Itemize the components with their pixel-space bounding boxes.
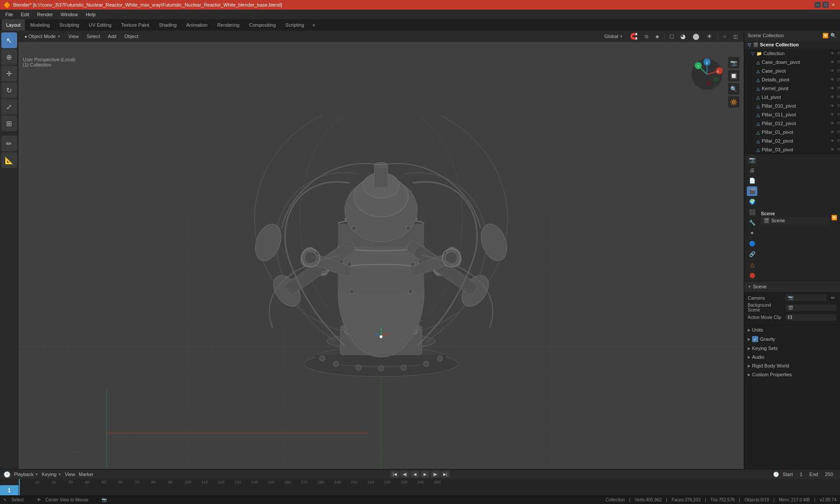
item-eye-2[interactable]: 👁 xyxy=(830,77,834,82)
keying-menu[interactable]: Keying ▼ xyxy=(42,472,62,477)
viewport-mode-selector[interactable]: ● Object Mode ▼ xyxy=(22,33,63,39)
outliner-item-1[interactable]: △ Case_pivot 👁 ▽ xyxy=(744,66,840,75)
prop-data-icon[interactable]: △ xyxy=(747,260,757,270)
tab-shading[interactable]: Shading xyxy=(154,19,181,31)
tab-sculpting[interactable]: Sculpting xyxy=(55,19,84,31)
step-back-btn[interactable]: ◀| xyxy=(401,471,410,478)
timeline-track[interactable]: 1 1 10 20 30 40 50 60 70 80 90 100 110 1… xyxy=(0,479,840,496)
render-region-icon[interactable]: 🔲 xyxy=(728,70,739,81)
keying-sets-section[interactable]: ▶ Keying Sets xyxy=(744,344,840,353)
camera-edit-icon[interactable]: ✏ xyxy=(830,295,836,301)
menu-window[interactable]: Window xyxy=(57,11,81,18)
item-eye-9[interactable]: 👁 xyxy=(830,139,834,143)
prop-render-icon[interactable]: 📷 xyxy=(747,155,757,164)
audio-section[interactable]: ▶ Audio xyxy=(744,353,840,361)
outliner-search-icon[interactable]: 🔍 xyxy=(830,33,836,38)
item-eye-5[interactable]: 👁 xyxy=(830,104,834,108)
snap-toggle[interactable]: 🧲 xyxy=(627,32,640,40)
outliner-item-5[interactable]: △ Pillar_010_pivot 👁 ▽ xyxy=(744,102,840,110)
maximize-button[interactable]: □ xyxy=(822,2,829,8)
play-reverse-btn[interactable]: ◀ xyxy=(411,471,420,478)
tool-move[interactable]: ✛ xyxy=(1,66,17,81)
tool-transform[interactable]: ⊞ xyxy=(1,116,17,131)
properties-filter-icon[interactable]: 🔽 xyxy=(831,215,837,220)
prop-physics-icon[interactable]: 🔵 xyxy=(747,239,757,248)
tab-texture-paint[interactable]: Texture Paint xyxy=(117,19,154,31)
outliner-item-9[interactable]: △ Pillar_02_pivot 👁 ▽ xyxy=(744,136,840,145)
tab-uv-editing[interactable]: UV Editing xyxy=(84,19,116,31)
prop-view-layer-icon[interactable]: 📄 xyxy=(747,176,757,186)
step-forward-btn[interactable]: |▶ xyxy=(431,471,440,478)
outliner-item-3[interactable]: △ Kernel_pivot 👁 ▽ xyxy=(744,84,840,93)
start-frame-input[interactable]: 1 xyxy=(796,471,806,477)
jump-to-end-btn[interactable]: ▶| xyxy=(441,471,450,478)
item-eye-3[interactable]: 👁 xyxy=(830,86,834,91)
item-eye-10[interactable]: 👁 xyxy=(830,147,834,152)
viewport-object-menu[interactable]: Object xyxy=(122,33,141,39)
outliner-item-10[interactable]: △ Pillar_03_pivot 👁 ▽ xyxy=(744,145,840,154)
tool-scale[interactable]: ⤢ xyxy=(1,99,17,115)
tab-rendering[interactable]: Rendering xyxy=(213,19,244,31)
material-shading-btn[interactable]: ⬤ xyxy=(690,32,702,40)
item-render-1[interactable]: ▽ xyxy=(837,69,840,73)
item-render-8[interactable]: ▽ xyxy=(837,130,840,134)
viewport-view-menu[interactable]: View xyxy=(66,33,81,39)
collection-visibility-eye-icon[interactable]: 👁 xyxy=(830,51,834,56)
item-eye-4[interactable]: 👁 xyxy=(830,95,834,99)
prop-world-icon[interactable]: 🌍 xyxy=(747,197,757,206)
collection-render-icon[interactable]: ▽ xyxy=(837,51,840,56)
tab-modeling[interactable]: Modeling xyxy=(26,19,54,31)
global-transform-selector[interactable]: Global ▼ xyxy=(602,33,626,39)
rigid-body-world-section[interactable]: ▶ Rigid Body World xyxy=(744,361,840,370)
gravity-checkbox[interactable]: ✓ xyxy=(752,336,758,342)
tool-cursor[interactable]: ⊕ xyxy=(1,49,17,65)
viewport-select-menu[interactable]: Select xyxy=(84,33,103,39)
outliner[interactable]: ▽ 🎬 Scene Collection ▽ 📁 Collection 👁 ▽ … xyxy=(744,40,840,154)
prop-particles-icon[interactable]: ✦ xyxy=(747,228,757,238)
custom-properties-section[interactable]: ▶ Custom Properties xyxy=(744,370,840,379)
scene-section-header[interactable]: ▼ Scene xyxy=(744,281,840,292)
outliner-item-7[interactable]: △ Pillar_012_pivot 👁 ▽ xyxy=(744,119,840,128)
prop-material-icon[interactable]: ⬤ xyxy=(747,270,757,280)
outliner-item-6[interactable]: △ Pillar_011_pivot 👁 ▽ xyxy=(744,110,840,119)
tool-measure[interactable]: 📐 xyxy=(1,152,17,168)
item-render-7[interactable]: ▽ xyxy=(837,121,840,126)
playback-menu[interactable]: Playback ▼ xyxy=(14,472,38,477)
units-section[interactable]: ▶ Units xyxy=(744,326,840,334)
outliner-filter-icon[interactable]: 🔽 xyxy=(822,33,829,38)
viewport-canvas[interactable]: X Y Z 📷 🔲 🔍 🔆 xyxy=(18,42,744,478)
wireframe-shading-btn[interactable]: □ xyxy=(667,32,676,40)
menu-render[interactable]: Render xyxy=(34,11,56,18)
viewport[interactable]: ● Object Mode ▼ View Select Add Object G… xyxy=(18,31,744,478)
end-frame-input[interactable]: 250 xyxy=(822,471,836,477)
active-movie-clip-value[interactable]: 🎞 xyxy=(785,314,836,321)
item-eye-0[interactable]: 👁 xyxy=(830,60,834,64)
show-overlays-btn[interactable]: ○ xyxy=(721,33,729,39)
item-eye-1[interactable]: 👁 xyxy=(830,69,834,73)
item-eye-6[interactable]: 👁 xyxy=(830,112,834,117)
tab-layout[interactable]: Layout xyxy=(2,19,25,31)
item-render-4[interactable]: ▽ xyxy=(837,95,840,99)
solid-shading-btn[interactable]: ◕ xyxy=(678,32,688,40)
prop-modifier-icon[interactable]: 🔧 xyxy=(747,218,757,228)
scene-name-selector[interactable]: 🎬 Scene xyxy=(761,217,830,224)
menu-file[interactable]: File xyxy=(2,11,17,18)
viewport-options-icon[interactable]: 🔍 xyxy=(728,83,739,94)
item-render-5[interactable]: ▽ xyxy=(837,104,840,108)
tool-select[interactable]: ↖ xyxy=(1,32,17,48)
proportional-edit-toggle[interactable]: ⊙ xyxy=(642,33,651,40)
prop-object-icon[interactable]: ⬛ xyxy=(747,207,757,217)
outliner-collection[interactable]: ▽ 📁 Collection 👁 ▽ xyxy=(744,49,840,58)
xray-toggle-btn[interactable]: ◫ xyxy=(731,33,740,40)
item-render-3[interactable]: ▽ xyxy=(837,86,840,91)
item-render-6[interactable]: ▽ xyxy=(837,112,840,117)
item-eye-7[interactable]: 👁 xyxy=(830,121,834,126)
jump-to-start-btn[interactable]: |◀ xyxy=(391,471,399,478)
tab-animation[interactable]: Animation xyxy=(182,19,212,31)
outliner-item-8[interactable]: △ Pillar_01_pivot 👁 ▽ xyxy=(744,128,840,136)
add-workspace-button[interactable]: + xyxy=(309,21,318,29)
outliner-item-0[interactable]: △ Case_down_pivot 👁 ▽ xyxy=(744,58,840,66)
minimize-button[interactable]: ─ xyxy=(815,2,821,8)
item-render-10[interactable]: ▽ xyxy=(837,147,840,152)
tool-rotate[interactable]: ↻ xyxy=(1,82,17,98)
